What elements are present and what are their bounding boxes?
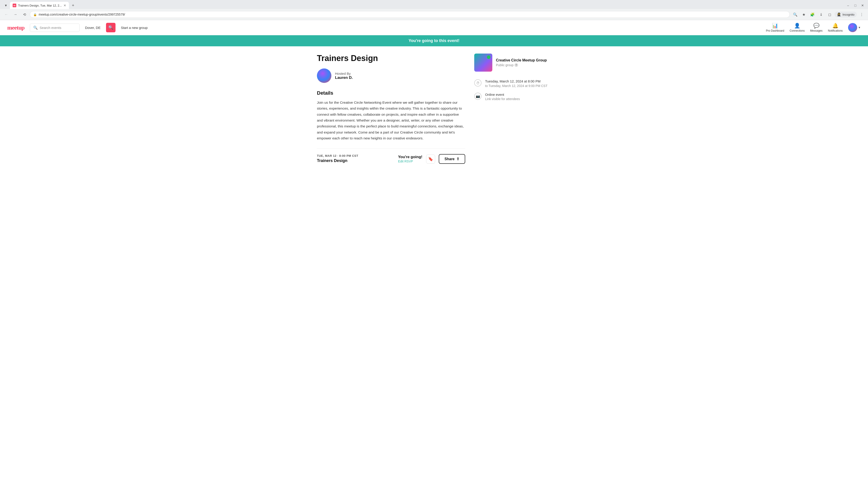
- event-description: Join us for the Creative Circle Networki…: [317, 100, 465, 141]
- host-info: Hosted By Lauren D.: [335, 72, 352, 80]
- lock-icon: 🔒: [33, 13, 37, 16]
- event-going-banner: You're going to this event!: [0, 35, 868, 46]
- meetup-header: meetup 🔍 Search events Dover, DE 🔍 Start…: [0, 20, 868, 35]
- search-button-icon: 🔍: [108, 25, 113, 30]
- location-text: Online event Link visible for attendees: [485, 92, 520, 101]
- incognito-icon: 🥷: [837, 12, 841, 17]
- bookmark-toolbar-button[interactable]: ★: [800, 11, 807, 18]
- details-section: Details Join us for the Creative Circle …: [317, 90, 465, 141]
- nav-item-messages[interactable]: 💬 Messages: [810, 23, 823, 32]
- event-location-row: 📷 Online event Link visible for attendee…: [474, 92, 551, 101]
- nav-label-pro-dashboard: Pro Dashboard: [766, 29, 784, 32]
- meetup-logo[interactable]: meetup: [7, 24, 24, 31]
- search-toolbar-button[interactable]: 🔍: [792, 11, 799, 18]
- group-name[interactable]: Creative Circle Meetup Group: [496, 58, 547, 62]
- location-display[interactable]: Dover, DE: [85, 26, 100, 30]
- details-heading: Details: [317, 90, 465, 96]
- host-name: Lauren D.: [335, 75, 352, 80]
- close-button[interactable]: ✕: [860, 3, 865, 8]
- user-avatar-button[interactable]: ▼: [848, 23, 861, 32]
- connections-icon: 👤: [794, 23, 800, 29]
- share-button[interactable]: Share ⇧: [439, 154, 465, 164]
- incognito-badge[interactable]: 🥷 Incognito: [835, 11, 857, 18]
- messages-icon: 💬: [813, 23, 819, 29]
- going-section: You're going! Edit RSVP: [398, 155, 423, 163]
- pro-dashboard-icon: 📊: [772, 23, 778, 29]
- event-footer-right: You're going! Edit RSVP 🔖 Share ⇧: [398, 154, 465, 164]
- minimize-button[interactable]: –: [845, 3, 851, 8]
- host-by-label: Hosted By: [335, 72, 352, 75]
- more-options-button[interactable]: ⋮: [858, 11, 865, 18]
- nav-label-messages: Messages: [810, 29, 823, 32]
- incognito-label: Incognito: [842, 13, 855, 16]
- content-left: Trainers Design Hosted By Lauren D. Deta…: [317, 54, 465, 164]
- banner-text: You're going to this event!: [409, 38, 460, 43]
- user-dropdown-chevron: ▼: [858, 26, 861, 29]
- event-footer-card: TUE, MAR 12 · 8:00 PM CST Trainers Desig…: [317, 149, 465, 164]
- nav-item-connections[interactable]: 👤 Connections: [789, 23, 805, 32]
- device-button[interactable]: ◻: [826, 11, 833, 18]
- user-avatar-image: [848, 23, 857, 32]
- group-online-indicator: [487, 55, 491, 59]
- group-type-label: Public group: [496, 63, 514, 67]
- bookmark-button[interactable]: 🔖: [426, 155, 435, 164]
- edit-rsvp-link[interactable]: Edit RSVP: [398, 160, 413, 163]
- main-content: Trainers Design Hosted By Lauren D. Deta…: [310, 46, 558, 171]
- event-title: Trainers Design: [317, 54, 465, 63]
- main-nav: 📊 Pro Dashboard 👤 Connections 💬 Messages…: [766, 23, 861, 32]
- search-icon: 🔍: [33, 26, 38, 30]
- group-help-icon[interactable]: ?: [515, 63, 518, 67]
- content-right: Creative Circle Meetup Group Public grou…: [474, 54, 551, 164]
- event-footer-title: Trainers Design: [317, 158, 358, 163]
- forward-button[interactable]: →: [12, 11, 19, 18]
- nav-label-connections: Connections: [789, 29, 805, 32]
- nav-item-pro-dashboard[interactable]: 📊 Pro Dashboard: [766, 23, 784, 32]
- location-icon: 📷: [474, 93, 482, 100]
- new-tab-button[interactable]: +: [70, 2, 76, 8]
- event-footer-left: TUE, MAR 12 · 8:00 PM CST Trainers Desig…: [317, 154, 358, 163]
- notifications-icon: 🔔: [832, 23, 838, 29]
- back-button[interactable]: ←: [3, 11, 10, 18]
- bookmark-icon: 🔖: [428, 157, 433, 162]
- download-button[interactable]: ⇓: [817, 11, 825, 18]
- share-icon: ⇧: [456, 157, 459, 161]
- toolbar-actions: 🔍 ★ 🧩 ⇓ ◻ 🥷 Incognito ⋮: [792, 11, 865, 18]
- location-primary: Online event: [485, 92, 520, 97]
- user-avatar: [848, 23, 857, 32]
- address-bar[interactable]: 🔒 meetup.com/creative-circle-meetup-grou…: [30, 11, 790, 18]
- active-tab[interactable]: m Trainers Design, Tue, Mar 12, 2... ✕: [10, 2, 69, 9]
- window-controls: – □ ✕: [845, 3, 865, 8]
- host-section: Hosted By Lauren D.: [317, 68, 465, 83]
- nav-item-notifications[interactable]: 🔔 Notifications: [828, 23, 843, 32]
- event-date-label: TUE, MAR 12 · 8:00 PM CST: [317, 154, 358, 158]
- reload-button[interactable]: ⟲: [21, 11, 28, 18]
- extensions-button[interactable]: 🧩: [809, 11, 816, 18]
- share-label: Share: [445, 157, 455, 161]
- search-placeholder: Search events: [39, 26, 61, 30]
- group-logo[interactable]: [474, 54, 492, 72]
- tab-list-dropdown[interactable]: ▼: [3, 2, 9, 8]
- event-datetime-row: ⏱ Tuesday, March 12, 2024 at 8:00 PM to …: [474, 79, 551, 88]
- group-type: Public group ?: [496, 63, 547, 67]
- browser-toolbar: ← → ⟲ 🔒 meetup.com/creative-circle-meetu…: [0, 9, 868, 20]
- group-card: Creative Circle Meetup Group Public grou…: [474, 54, 551, 72]
- nav-label-notifications: Notifications: [828, 29, 843, 32]
- tab-bar: ▼ m Trainers Design, Tue, Mar 12, 2... ✕…: [0, 0, 868, 9]
- maximize-button[interactable]: □: [852, 3, 858, 8]
- browser-chrome: ▼ m Trainers Design, Tue, Mar 12, 2... ✕…: [0, 0, 868, 20]
- host-avatar: [317, 68, 331, 83]
- tab-title: Trainers Design, Tue, Mar 12, 2...: [18, 4, 62, 7]
- datetime-text: Tuesday, March 12, 2024 at 8:00 PM to Tu…: [485, 79, 548, 88]
- search-bar[interactable]: 🔍 Search events: [30, 24, 80, 32]
- location-secondary: Link visible for attendees: [485, 97, 520, 101]
- search-button[interactable]: 🔍: [106, 23, 116, 32]
- start-group-button[interactable]: Start a new group: [121, 26, 148, 30]
- datetime-secondary: to Tuesday, March 12, 2024 at 9:00 PM CS…: [485, 84, 548, 88]
- clock-icon: ⏱: [474, 79, 482, 87]
- datetime-primary: Tuesday, March 12, 2024 at 8:00 PM: [485, 79, 548, 84]
- group-info: Creative Circle Meetup Group Public grou…: [496, 58, 547, 67]
- url-text: meetup.com/creative-circle-meetup-group/…: [39, 13, 786, 16]
- tab-close-button[interactable]: ✕: [64, 4, 66, 7]
- going-text: You're going!: [398, 155, 423, 159]
- tab-favicon: m: [13, 4, 16, 7]
